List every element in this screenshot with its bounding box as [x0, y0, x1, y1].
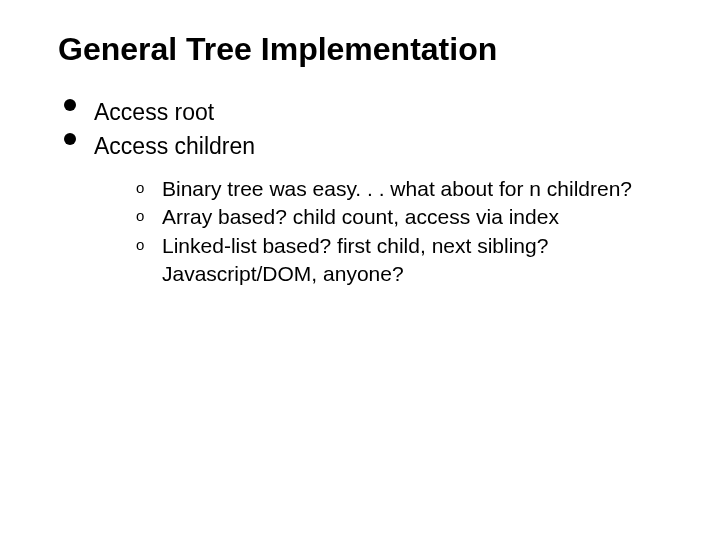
sub-bullet-item: Linked-list based? first child, next sib…: [130, 232, 680, 289]
bullet-item: Access root: [60, 96, 680, 129]
bullet-list-level2: Binary tree was easy. . . what about for…: [94, 175, 680, 288]
slide: General Tree Implementation Access root …: [0, 0, 720, 540]
slide-title: General Tree Implementation: [58, 30, 680, 68]
bullet-text: Access children: [94, 133, 255, 159]
bullet-text: Access root: [94, 99, 214, 125]
sub-bullet-item: Array based? child count, access via ind…: [130, 203, 680, 231]
sub-bullet-text: Binary tree was easy. . . what about for…: [162, 177, 632, 200]
sub-bullet-item: Binary tree was easy. . . what about for…: [130, 175, 680, 203]
sub-bullet-text: Array based? child count, access via ind…: [162, 205, 559, 228]
bullet-item: Access children Binary tree was easy. . …: [60, 130, 680, 289]
bullet-list-level1: Access root Access children Binary tree …: [40, 96, 680, 288]
sub-bullet-text: Linked-list based? first child, next sib…: [162, 234, 548, 285]
